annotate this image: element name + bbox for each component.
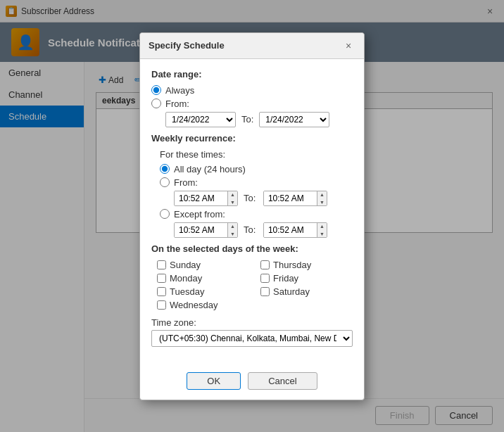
from-time-row: ▲ ▼ To: ▲ ▼ [174,191,353,206]
allday-radio-label: All day (24 hours) [174,164,246,174]
tuesday-checkbox[interactable] [157,287,166,296]
days-section: On the selected days of the week: Sunday… [151,243,353,310]
except-from-up[interactable]: ▲ [228,222,237,230]
from-time-input-wrap: ▲ ▼ [174,191,238,206]
to-time-up[interactable]: ▲ [317,191,327,198]
from-time-spinner: ▲ ▼ [227,191,237,206]
sunday-checkbox-item: Sunday [157,260,249,270]
except-to-down[interactable]: ▼ [317,230,327,238]
from-time-down[interactable]: ▼ [228,198,237,206]
always-radio-label: Always [165,85,194,96]
to-label-1: To: [244,193,258,203]
except-from-time-input-wrap: ▲ ▼ [174,222,238,238]
modal-title-bar: Specify Schedule × [140,33,364,59]
allday-radio-item: All day (24 hours) [160,164,353,174]
saturday-checkbox-item: Saturday [260,286,353,297]
from-radio[interactable] [151,99,161,108]
except-time-row: ▲ ▼ To: ▲ ▼ [174,222,353,238]
modal-title: Specify Schedule [149,40,225,51]
to-time-down[interactable]: ▼ [317,198,327,206]
weekly-recurrence-label: Weekly recurrence: [151,133,353,144]
to-label-2: To: [244,224,258,235]
timezone-section: Time zone: (UTC+05:30) Chennai, Kolkata,… [151,317,353,347]
ok-button[interactable]: OK [187,372,241,390]
to-time-input-wrap: ▲ ▼ [263,191,327,206]
days-checkbox-grid: Sunday Thursday Monday Friday [157,260,353,310]
date-range-radio-group: Always From: [151,85,353,109]
friday-checkbox-item: Friday [260,273,353,284]
monday-checkbox[interactable] [157,274,166,283]
wednesday-label: Wednesday [170,300,218,310]
saturday-checkbox[interactable] [260,287,270,296]
always-radio[interactable] [151,85,161,95]
date-range-label: Date range: [151,69,353,80]
except-to-spinner: ▲ ▼ [317,222,327,238]
modal-close-button[interactable]: × [341,39,355,53]
sunday-label: Sunday [170,260,201,270]
friday-checkbox[interactable] [260,274,270,283]
main-window: 📋 Subscriber Address × Schedule Notifica… [0,0,504,432]
date-range-row: 1/24/2022 To: 1/24/2022 [165,112,353,127]
fromto-radio-item: From: [160,177,353,188]
modal-cancel-button[interactable]: Cancel [248,372,317,390]
saturday-label: Saturday [273,286,310,297]
except-to-time-input[interactable] [264,222,317,238]
from-time-input[interactable] [175,191,227,206]
timezone-select[interactable]: (UTC+05:30) Chennai, Kolkata, Mumbai, Ne… [151,330,353,347]
from-time-up[interactable]: ▲ [228,191,237,198]
except-from-spinner: ▲ ▼ [227,222,237,238]
always-radio-item: Always [151,85,353,96]
tuesday-label: Tuesday [170,286,204,297]
modal-footer: OK Cancel [140,365,364,400]
days-label: On the selected days of the week: [151,243,353,254]
except-to-up[interactable]: ▲ [317,222,327,230]
friday-label: Friday [273,273,298,284]
to-time-input[interactable] [264,191,317,206]
weekly-indent: For these times: All day (24 hours) From… [160,149,353,238]
to-date-label: To: [241,114,253,125]
except-from-label: Except from: [174,209,225,220]
thursday-checkbox[interactable] [260,260,270,269]
from-radio-item: From: [151,99,353,109]
to-time-spinner: ▲ ▼ [317,191,327,206]
monday-label: Monday [170,273,202,284]
tuesday-checkbox-item: Tuesday [157,286,249,297]
thursday-label: Thursday [273,260,311,270]
allday-radio[interactable] [160,164,170,174]
wednesday-checkbox-item: Wednesday [157,300,249,310]
for-times-label: For these times: [160,149,353,160]
monday-checkbox-item: Monday [157,273,249,284]
except-radio[interactable] [160,209,170,219]
sunday-checkbox[interactable] [157,260,166,269]
except-from-time-input[interactable] [175,222,227,238]
from-date-select[interactable]: 1/24/2022 [165,112,236,127]
from-radio-label: From: [165,99,189,109]
except-radio-item: Except from: [160,209,353,220]
except-to-time-input-wrap: ▲ ▼ [263,222,327,238]
fromto-radio[interactable] [160,177,170,187]
except-from-down[interactable]: ▼ [228,230,237,238]
modal-body: Date range: Always From: 1/24/2022 [140,59,364,365]
to-date-select[interactable]: 1/24/2022 [259,112,329,127]
timezone-label: Time zone: [151,317,353,328]
modal-overlay: Specify Schedule × Date range: Always Fr… [0,0,504,432]
specify-schedule-dialog: Specify Schedule × Date range: Always Fr… [139,32,365,400]
fromto-radio-label: From: [174,177,198,188]
wednesday-checkbox[interactable] [157,300,166,310]
thursday-checkbox-item: Thursday [260,260,353,270]
